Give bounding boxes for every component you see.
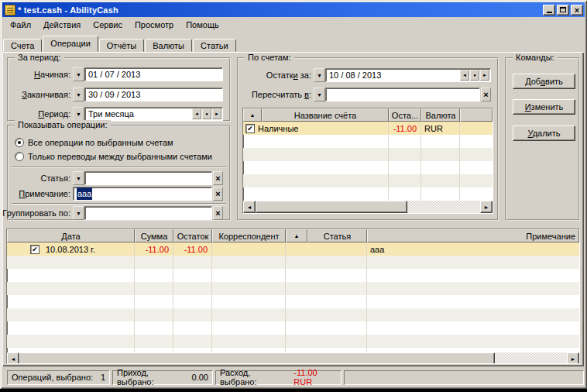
scrollbar-thumb[interactable] — [19, 352, 495, 364]
balances-spinners: ◄ ● ► — [460, 70, 490, 81]
ops-header-article[interactable]: Статья — [307, 229, 367, 242]
radio-dot-icon — [18, 141, 21, 144]
empty-row — [7, 269, 579, 282]
accounts-table-body: ✔ Наличные -11.00 RUR — [243, 122, 493, 201]
period-label: Период: — [15, 107, 70, 121]
scrollbar-thumb[interactable] — [256, 201, 407, 213]
app-icon[interactable] — [5, 5, 15, 15]
menu-actions[interactable]: Действия — [37, 19, 87, 31]
scrollbar-track[interactable] — [407, 201, 480, 213]
sort-asc-icon: ▲ — [250, 112, 256, 118]
accounts-group-title: По счетам: — [245, 53, 294, 62]
accounts-header-balance[interactable]: Оста... — [389, 108, 421, 122]
article-dropdown-button[interactable]: ▼ — [73, 171, 84, 185]
tab-articles[interactable]: Статьи — [193, 39, 236, 52]
balances-date-field: ▼ 10 / 08 / 2013 ◄ ● ► — [314, 68, 491, 82]
arrow-left-icon: ◄ — [194, 108, 199, 120]
checkbox-checked[interactable]: ✔ — [245, 124, 255, 133]
ops-header-correspondent[interactable]: Корреспондент — [212, 229, 286, 242]
scroll-left-button[interactable]: ◄ — [7, 352, 19, 364]
groupby-clear-button[interactable]: × — [213, 206, 223, 220]
groupby-input[interactable] — [84, 206, 212, 220]
balances-next-button[interactable]: ► — [480, 70, 489, 81]
groupby-dropdown-button[interactable]: ▼ — [73, 206, 84, 220]
arrow-left-icon: ◄ — [462, 69, 467, 81]
period-dropdown-button[interactable]: ▼ — [73, 107, 84, 121]
radio-button-unselected[interactable] — [15, 152, 24, 161]
scroll-left-button[interactable]: ◄ — [243, 201, 256, 213]
edit-button[interactable]: Изменить — [513, 99, 575, 115]
close-button[interactable]: × — [571, 5, 583, 15]
radio-transfers-only[interactable]: Только переводы между выбранными счетами — [15, 150, 226, 163]
ops-header-date[interactable]: Дата — [7, 229, 135, 242]
arrow-left-icon: ◄ — [11, 356, 16, 362]
tab-reports[interactable]: Отчёты — [99, 39, 144, 52]
operation-row[interactable]: ✔ 10.08.2013 г. -11.00 -11.00 ааа — [7, 242, 579, 256]
tab-currencies[interactable]: Валюты — [145, 39, 192, 52]
radio-button-selected[interactable] — [15, 138, 24, 147]
maximize-button[interactable] — [557, 5, 569, 15]
ops-header-note[interactable]: Примечание — [367, 229, 579, 242]
note-filter-input[interactable]: ааа — [73, 187, 212, 201]
period-row: Период: ▼ Три месяца ◄ ● ► — [15, 107, 223, 121]
start-date-label: Начиная: — [15, 67, 70, 81]
titlebar[interactable]: * test.cash - AbilityCash × — [2, 2, 585, 17]
article-clear-button[interactable]: × — [213, 171, 223, 185]
accounts-header-name[interactable]: Название счёта — [262, 108, 389, 122]
status-operations-label: Операций, выбрано: — [12, 373, 94, 382]
tab-accounts[interactable]: Счета — [3, 39, 42, 52]
menu-view[interactable]: Просмотр — [129, 19, 180, 31]
operation-article-cell — [286, 242, 367, 256]
ops-header-sort[interactable]: ▲ — [286, 229, 307, 242]
recalc-clear-button[interactable]: × — [481, 88, 491, 101]
scrollbar-track[interactable] — [495, 352, 567, 364]
scroll-right-button[interactable]: ► — [567, 352, 579, 364]
operations-horizontal-scrollbar[interactable]: ◄ ► — [7, 352, 579, 364]
account-row[interactable]: ✔ Наличные -11.00 RUR — [243, 122, 493, 135]
accounts-groupbox: По счетам: Остатки за: ▼ 10 / 08 / 2013 … — [237, 57, 499, 221]
period-next-button[interactable]: ► — [212, 108, 221, 119]
balances-date-label: Остатки за: — [245, 68, 311, 82]
balances-today-button[interactable]: ● — [470, 70, 479, 81]
recalc-dropdown-button[interactable]: ▼ — [314, 88, 325, 101]
menu-help[interactable]: Помощь — [180, 19, 225, 31]
recalc-input[interactable] — [325, 88, 480, 101]
empty-row — [7, 282, 579, 295]
balances-dropdown-button[interactable]: ▼ — [314, 68, 325, 82]
add-button[interactable]: Добавить — [513, 74, 575, 89]
status-expense: Расход, выбрано: -11.00 RUR — [215, 370, 342, 385]
checkbox-checked[interactable]: ✔ — [30, 245, 39, 254]
note-clear-button[interactable]: × — [213, 187, 223, 201]
account-name: Наличные — [258, 124, 298, 133]
menu-file[interactable]: Файл — [4, 19, 37, 31]
start-date-input[interactable]: 01 / 07 / 2013 — [84, 67, 223, 81]
operation-correspondent-cell — [212, 242, 286, 256]
balances-prev-button[interactable]: ◄ — [460, 70, 469, 81]
balances-date-input[interactable]: 10 / 08 / 2013 ◄ ● ► — [325, 68, 491, 82]
delete-button[interactable]: Удалить — [513, 126, 575, 141]
period-today-button[interactable]: ● — [202, 108, 211, 119]
menu-service[interactable]: Сервис — [87, 19, 129, 31]
account-currency-cell: RUR — [421, 122, 460, 135]
period-input[interactable]: Три месяца ◄ ● ► — [84, 107, 223, 121]
separator — [12, 203, 226, 205]
start-date-dropdown-button[interactable]: ▼ — [73, 67, 84, 81]
minimize-button[interactable] — [543, 5, 555, 15]
ops-header-amount[interactable]: Сумма — [135, 229, 173, 242]
ops-header-balance[interactable]: Остаток — [173, 229, 212, 242]
accounts-header-currency[interactable]: Валюта — [421, 108, 460, 122]
scroll-right-button[interactable]: ► — [480, 201, 493, 213]
period-prev-button[interactable]: ◄ — [192, 108, 201, 119]
chevron-down-icon: ▼ — [76, 92, 81, 98]
tab-operations[interactable]: Операции — [43, 36, 98, 52]
accounts-horizontal-scrollbar[interactable]: ◄ ► — [243, 201, 493, 213]
empty-row — [7, 256, 579, 269]
end-date-input[interactable]: 30 / 09 / 2013 — [84, 88, 223, 101]
accounts-header-sort[interactable]: ▲ — [243, 108, 262, 122]
recalc-field: ▼ × — [314, 88, 491, 101]
article-filter-row: Статья: ▼ × — [15, 171, 223, 185]
radio-all-operations[interactable]: Все операции по выбранным счетам — [15, 136, 226, 149]
article-filter-input[interactable] — [84, 171, 212, 185]
end-date-dropdown-button[interactable]: ▼ — [73, 88, 84, 101]
note-filter-field: ааа × — [73, 187, 223, 201]
